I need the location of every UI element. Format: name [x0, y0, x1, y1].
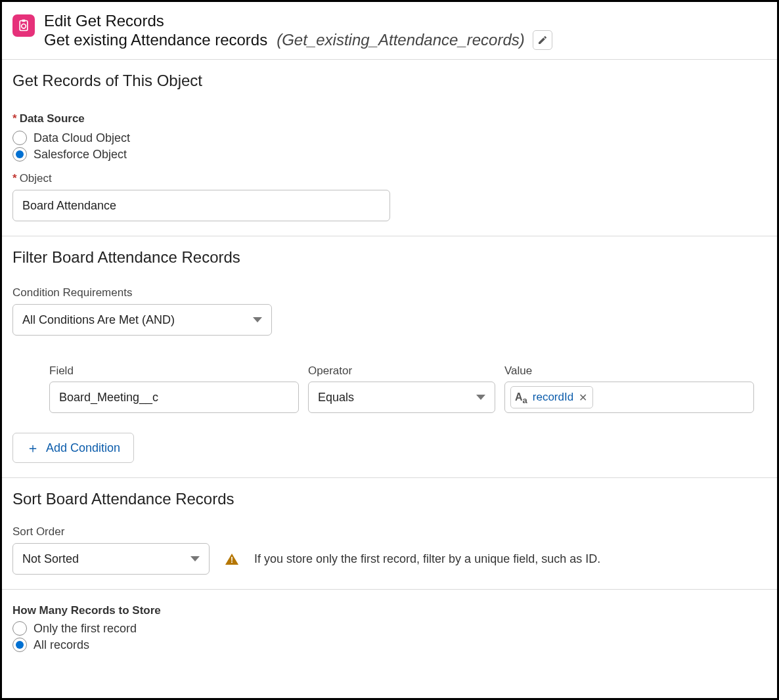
- data-source-label: *Data Source: [12, 112, 767, 125]
- svg-point-1: [22, 24, 26, 29]
- condition-operator-select[interactable]: Equals: [308, 382, 495, 413]
- section-get-records-object: Get Records of This Object *Data Source …: [2, 60, 777, 236]
- section-title-sort: Sort Board Attendance Records: [12, 490, 767, 508]
- radio-label: Only the first record: [33, 622, 137, 636]
- element-api-name: (Get_existing_Attendance_records): [277, 31, 525, 49]
- edit-name-button[interactable]: [533, 30, 552, 50]
- sort-hint-text: If you store only the first record, filt…: [254, 552, 600, 566]
- radio-label: Data Cloud Object: [33, 131, 130, 145]
- radio-label: All records: [33, 638, 89, 652]
- pencil-icon: [537, 35, 548, 45]
- element-label: Get existing Attendance records: [44, 31, 267, 49]
- value-pill[interactable]: Aa recordId ✕: [510, 386, 593, 408]
- modal-header: Edit Get Records Get existing Attendance…: [2, 2, 777, 60]
- warning-icon: [225, 554, 238, 565]
- radio-unselected-icon: [12, 621, 27, 636]
- radio-unselected-icon: [12, 131, 27, 145]
- condition-operator-value: Equals: [318, 391, 354, 405]
- store-option-all[interactable]: All records: [12, 638, 767, 652]
- add-condition-label: Add Condition: [46, 441, 120, 455]
- condition-row: Field Board_Meeting__c Operator Equals V…: [12, 364, 767, 413]
- remove-pill-icon[interactable]: ✕: [579, 391, 587, 404]
- section-title-filter: Filter Board Attendance Records: [12, 248, 767, 267]
- object-value: Board Attendance: [22, 199, 116, 213]
- value-pill-label: recordId: [533, 391, 573, 404]
- object-label: *Object: [12, 172, 767, 185]
- col-value-label: Value: [504, 364, 754, 378]
- section-store-records: How Many Records to Store Only the first…: [2, 590, 777, 667]
- store-option-first[interactable]: Only the first record: [12, 621, 767, 636]
- add-condition-button[interactable]: ＋ Add Condition: [12, 433, 134, 463]
- col-operator-label: Operator: [308, 364, 495, 378]
- plus-icon: ＋: [26, 439, 39, 457]
- radio-selected-icon: [12, 147, 27, 162]
- object-input[interactable]: Board Attendance: [12, 190, 390, 221]
- data-source-option-sf[interactable]: Salesforce Object: [12, 147, 767, 162]
- sort-order-value: Not Sorted: [22, 552, 79, 566]
- text-resource-icon: Aa: [515, 391, 527, 403]
- cond-req-value: All Conditions Are Met (AND): [22, 313, 175, 327]
- sort-order-select[interactable]: Not Sorted: [12, 543, 210, 575]
- cond-req-label: Condition Requirements: [12, 286, 767, 299]
- radio-label: Salesforce Object: [33, 148, 127, 162]
- section-filter-records: Filter Board Attendance Records Conditio…: [2, 236, 777, 478]
- modal-title: Edit Get Records: [44, 12, 552, 30]
- section-sort-records: Sort Board Attendance Records Sort Order…: [2, 478, 777, 590]
- col-field-label: Field: [49, 364, 299, 378]
- condition-field-value: Board_Meeting__c: [59, 391, 158, 405]
- svg-rect-0: [20, 21, 28, 31]
- chevron-down-icon: [253, 317, 262, 322]
- store-label: How Many Records to Store: [12, 604, 767, 617]
- condition-field-input[interactable]: Board_Meeting__c: [49, 382, 299, 413]
- svg-rect-2: [22, 20, 26, 22]
- sort-order-label: Sort Order: [12, 525, 767, 538]
- cond-req-select[interactable]: All Conditions Are Met (AND): [12, 304, 272, 336]
- section-title-object: Get Records of This Object: [12, 72, 767, 90]
- data-source-option-cloud[interactable]: Data Cloud Object: [12, 131, 767, 145]
- chevron-down-icon: [190, 556, 200, 561]
- condition-value-input[interactable]: Aa recordId ✕: [504, 382, 754, 413]
- get-records-icon: [12, 14, 35, 37]
- radio-selected-icon: [12, 638, 27, 652]
- chevron-down-icon: [476, 395, 485, 400]
